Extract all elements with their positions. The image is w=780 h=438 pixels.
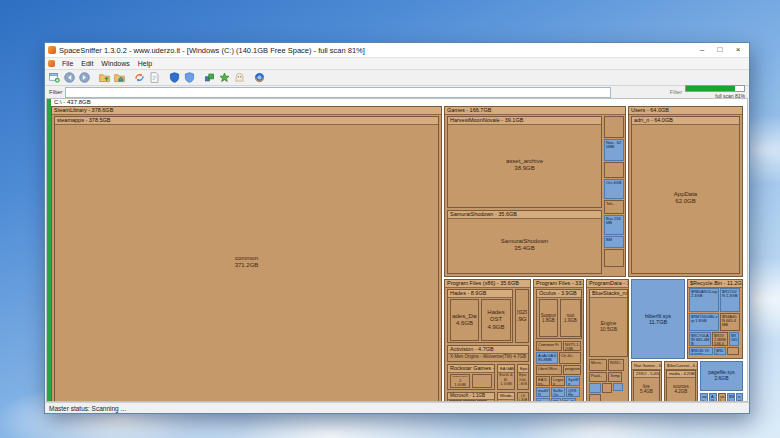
programdata-block[interactable]: Temp [608, 372, 622, 382]
more-detail-shield-icon[interactable] [183, 71, 196, 84]
block-steamapps[interactable]: steamapps - 378.5GB common 371.2GB [54, 116, 439, 402]
recycle-file-block[interactable]: $RCY0LA.W 665.4MB [689, 332, 711, 346]
menu-file[interactable]: File [58, 60, 77, 67]
file-hiberfil[interactable]: hiberfil.sys11.7GB [631, 279, 685, 359]
ghost-icon[interactable] [233, 71, 246, 84]
game-file-block[interactable]: Tek.. [604, 200, 624, 214]
recycle-file-block[interactable]: $RGI5 [729, 332, 739, 346]
block-ea-games[interactable]: EA GAME.. Earth & B.1.5GB [497, 364, 515, 390]
programdata-block[interactable]: Micro.. [589, 359, 607, 371]
block-2029[interactable]: 20294.9GB [515, 289, 529, 343]
game-file-block[interactable] [604, 249, 624, 267]
block-program-files-x86[interactable]: Program Files (x86) - 35.6GB Hades - 8.9… [444, 279, 531, 402]
recycle-file-block[interactable]: $R4A40N 665.4MB [720, 313, 740, 331]
rescan-icon[interactable] [133, 71, 146, 84]
media-types-icon[interactable] [203, 71, 216, 84]
block-oculus[interactable]: Oculus - 3.9GB Support1.8GB root1.9GB [536, 289, 582, 339]
configuration-icon[interactable] [253, 71, 266, 84]
root-file-block[interactable]: uni [736, 393, 743, 402]
filter-input[interactable] [65, 87, 611, 98]
less-detail-shield-icon[interactable] [168, 71, 181, 84]
program-files-block[interactable]: Steam [536, 398, 550, 402]
recycle-file-block[interactable]: $RB0A9C0.zip 2.3GB [689, 288, 719, 312]
recycle-file-block[interactable]: $R1Y0VN 1.3GB [720, 288, 740, 312]
block-microsoft[interactable]: Microsoft - 1.1GB EdgeEdgeWEd.. [447, 392, 495, 402]
root-file-block[interactable]: swa [700, 393, 708, 402]
program-files-block[interactable]: RTS [551, 398, 561, 402]
program-files-block[interactable]: madVR [536, 387, 550, 397]
block-games[interactable]: Games - 166.7GB HarvestMoonNovale - 39.1… [444, 106, 626, 277]
block-riot-games[interactable]: Riot Games - 6.8GB 2XKO - 5.4GB live5.4G… [631, 361, 662, 402]
root-file-block[interactable]: AGF [709, 393, 717, 402]
block-getcurrent[interactable]: $GetCurrent - 4.2GB media - 4.2GB source… [664, 361, 698, 402]
block-program-files[interactable]: Program Files - 33.6GB Oculus - 3.9GB Su… [533, 279, 584, 402]
block-activision[interactable]: Activision - 4.7GB X-Men Origins - Wolve… [447, 345, 529, 362]
root-file-block[interactable]: val [718, 393, 726, 402]
block-samuraishodown[interactable]: SamuraiShodown - 35.6GB SamuraiShodown 3… [447, 210, 602, 274]
menu-edit[interactable]: Edit [77, 60, 97, 67]
forward-icon[interactable] [78, 71, 91, 84]
menu-windows[interactable]: Windows [97, 60, 133, 67]
block-hades-data[interactable]: Hades_Data4.6GB [450, 299, 479, 341]
block-manhunt2[interactable]: Manhunt 21.6GB [450, 374, 470, 388]
game-file-block[interactable] [604, 116, 624, 138]
edge-folder-block[interactable]: EdgeW [463, 400, 476, 402]
file-pagefile[interactable]: pagefile.sys2.6GB [700, 361, 743, 391]
root-file-block[interactable]: $Wi [727, 393, 735, 402]
programdata-block[interactable]: Pack.. [589, 372, 607, 382]
programdata-block[interactable]: NVID.. [608, 359, 624, 371]
block-windows[interactable]: Windo.. [497, 392, 515, 402]
block-riot-sub[interactable]: 2XKO - 5.4GB live5.4GB [633, 370, 660, 402]
programdata-block[interactable] [589, 394, 601, 402]
block-getcurrent-media[interactable]: media - 4.2GB sources4.2GB [666, 370, 696, 402]
recycle-file-block[interactable]: $R1V1.WIM 536.4MB [712, 332, 728, 346]
edge-folder-block[interactable]: Edge [449, 400, 462, 402]
block-harvestmoon[interactable]: HarvestMoonNovale - 39.1GB asset_archive… [447, 116, 602, 208]
treemap-view[interactable]: C:\ - 437.8GB SteamLibrary - 378.6GB ste… [46, 98, 748, 402]
block-recycle-bin[interactable]: $Recycle.Bin - 11.2GB $RB0A9C0.zip 2.3GB… [687, 279, 743, 359]
recycle-file-block[interactable] [727, 347, 739, 355]
export-icon[interactable] [148, 71, 161, 84]
program-files-block[interactable]: Legacy [551, 376, 565, 386]
minimize-button[interactable]: – [693, 44, 711, 56]
block-user-adri[interactable]: adri_n - 64.0GB AppData 62.0GB [631, 116, 740, 274]
block-folder[interactable] [472, 374, 492, 388]
block-steamlibrary[interactable]: SteamLibrary - 378.6GB steamapps - 378.5… [51, 106, 442, 402]
recycle-file-block[interactable]: $RD36 198.3MB [689, 347, 713, 355]
program-files-block[interactable]: SysWo [566, 376, 580, 386]
back-icon[interactable] [63, 71, 76, 84]
program-files-block[interactable]: Common Fil.. [536, 341, 562, 351]
programdata-block[interactable] [613, 383, 623, 391]
block-oculus-root[interactable]: root1.9GB [560, 299, 581, 337]
recycle-file-block[interactable]: $R05 [714, 347, 726, 355]
program-files-block[interactable]: NVT5 1.2GB [563, 341, 581, 351]
recycle-file-block[interactable]: $RMY0D0B0.zip 1.8GB [689, 313, 719, 331]
programdata-block[interactable] [602, 383, 612, 393]
game-file-block[interactable] [604, 162, 624, 178]
program-files-block[interactable]: EA Des.. [536, 376, 550, 386]
go-up-folder-icon[interactable] [98, 71, 111, 84]
new-view-button[interactable] [48, 71, 61, 84]
game-file-block[interactable]: Oct 4GB [604, 179, 624, 199]
block-hades[interactable]: Hades - 8.9GB Hades_Data4.6GB Hades OST4… [447, 289, 513, 343]
home-folder-icon[interactable] [113, 71, 126, 84]
game-file-block[interactable]: BM [604, 236, 624, 248]
maximize-button[interactable]: □ [711, 44, 729, 56]
close-button[interactable]: × [729, 44, 747, 56]
program-files-block[interactable]: LibreOffice - [536, 365, 562, 375]
block-users[interactable]: Users - 64.0GB adri_n - 64.0GB AppData 6… [628, 106, 743, 277]
game-file-block[interactable]: Bas 256MB [604, 215, 624, 235]
edge-folder-block[interactable]: Ed.. [477, 400, 487, 402]
block-programdata[interactable]: ProgramData - 19.4GB BlueStacks_nxt - 18… [586, 279, 629, 402]
filter-star-icon[interactable] [218, 71, 231, 84]
program-files-block[interactable]: QXSHe [566, 387, 580, 397]
programdata-block[interactable] [589, 383, 601, 393]
block-epic-games[interactable]: Epic Ga.. Epic Onli..1.6GB [517, 364, 529, 390]
program-files-block[interactable]: WinRA [562, 398, 576, 402]
block-l6[interactable]: L61.3GB [517, 392, 529, 402]
block-oculus-support[interactable]: Support1.8GB [539, 299, 558, 337]
program-files-block[interactable]: AuAcUA 685.8MB [536, 352, 558, 364]
program-files-block[interactable]: program [563, 365, 581, 375]
block-bluestacks[interactable]: BlueStacks_nxt - 18.6GB Engine10.5GB [589, 289, 628, 357]
block-rockstar[interactable]: Rockstar Games - 3.7GB Manhunt 21.6GB [447, 364, 495, 390]
